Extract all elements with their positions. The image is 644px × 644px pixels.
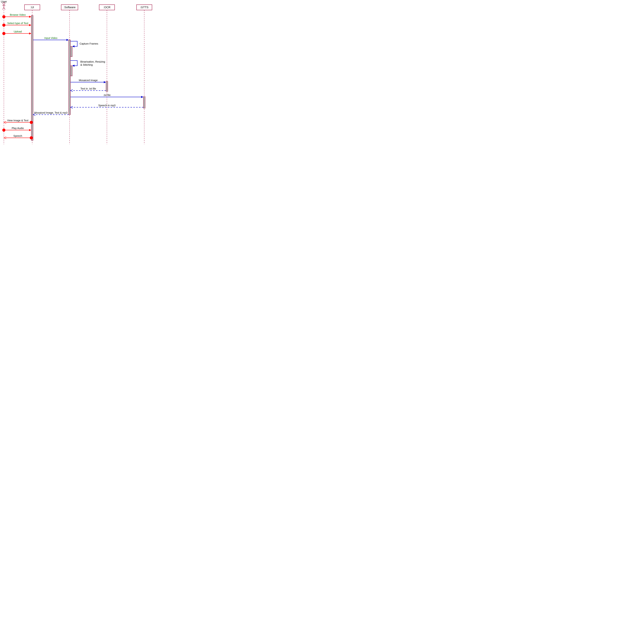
msg-mosaiced-image: Mosaiced Image [70,79,106,83]
participant-ocr: :OCR [99,5,115,144]
software-label: :Software [64,6,76,9]
svg-marker-29 [72,45,74,47]
msg-browse-video: Browse Video [2,13,31,18]
ocr-label: :OCR [103,6,111,9]
svg-marker-35 [104,81,106,83]
svg-line-3 [3,7,4,10]
svg-marker-16 [29,16,31,18]
svg-point-49 [2,129,5,132]
msg-return-all: Mosaiced Image, Text & mp3 [33,111,69,116]
svg-line-4 [4,7,5,10]
svg-text:Mosaiced Image, Text & mp3: Mosaiced Image, Text & mp3 [34,111,67,114]
svg-text:& Stitching: & Stitching [80,63,93,66]
msg-speech: Speech [4,134,33,139]
msg-upload: Upload [2,30,31,35]
msg-text-file-return: Text in .txt file [70,87,106,92]
svg-text:Upload: Upload [14,30,22,33]
svg-point-46 [30,121,33,124]
svg-marker-20 [29,24,31,26]
svg-text:Binarisation, Resizing: Binarisation, Resizing [80,60,105,63]
ui-label: :UI [30,6,34,9]
svg-text:Select type of Text: Select type of Text [7,22,28,25]
msg-select-type: Select type of Text [2,22,31,27]
participant-user: User [1,0,7,144]
svg-marker-40 [141,96,143,98]
msg-binarisation: Binarisation, Resizing & Stitching [70,60,105,67]
activation-software [69,40,70,115]
svg-point-14 [2,15,5,18]
svg-point-18 [2,24,5,27]
sequence-diagram: User :UI :Software :OCR :GTTS [0,0,160,146]
svg-marker-51 [29,129,31,131]
svg-text:Text in .txt file: Text in .txt file [80,87,96,90]
svg-text:.txt file: .txt file [103,94,111,96]
activation-ocr [106,81,108,91]
msg-capture-frames: Capture Frames [70,41,98,47]
svg-text:Input Video: Input Video [44,37,57,39]
svg-marker-27 [66,39,69,41]
svg-text:Play Audio: Play Audio [12,127,24,130]
svg-point-53 [30,136,33,139]
msg-input-video: Input Video [33,37,69,41]
svg-point-22 [2,32,5,35]
svg-text:Browse Video: Browse Video [10,13,26,16]
activation-software-self2 [70,66,72,76]
svg-text:View Image & Text: View Image & Text [7,119,28,122]
msg-play-audio: Play Audio [2,127,31,132]
svg-text:Speech in mp3: Speech in mp3 [98,104,115,107]
gtts-label: :GTTS [140,6,149,9]
activation-software-self1 [70,46,72,57]
svg-text:Capture Frames: Capture Frames [80,42,98,45]
svg-marker-24 [29,32,31,35]
svg-marker-31 [72,65,74,67]
activation-gtts [143,97,145,108]
svg-text:Mosaiced Image: Mosaiced Image [79,79,98,82]
svg-text:Speech: Speech [13,134,22,137]
participant-gtts: :GTTS [137,5,152,144]
msg-view: View Image & Text [4,119,33,124]
